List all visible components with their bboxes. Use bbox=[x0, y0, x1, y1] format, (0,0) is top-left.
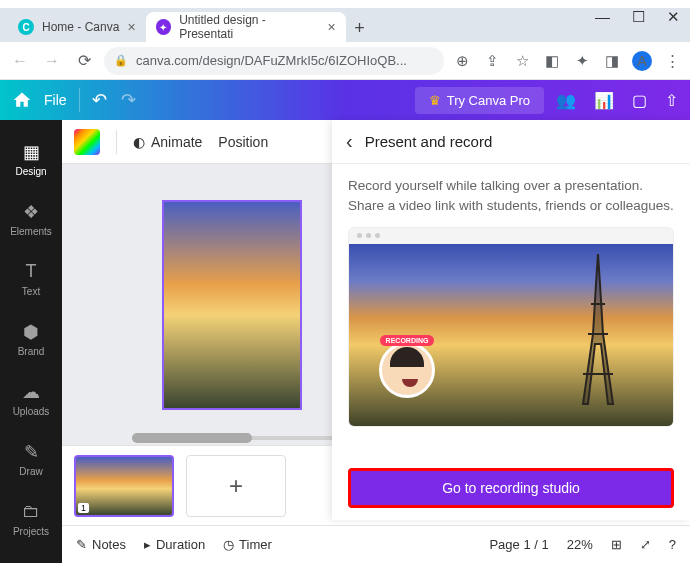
window-controls: — ☐ ✕ bbox=[595, 8, 680, 26]
panel-title: Present and record bbox=[365, 133, 493, 150]
present-icon[interactable]: ▢ bbox=[632, 91, 647, 110]
help-icon[interactable]: ? bbox=[669, 537, 676, 552]
url-input[interactable]: 🔒 canva.com/design/DAFuZMrkI5c/6IZOHIoQB… bbox=[104, 47, 444, 75]
duration-button[interactable]: ▸Duration bbox=[144, 537, 205, 552]
window-close-icon[interactable]: ✕ bbox=[667, 8, 680, 26]
menu-icon[interactable]: ⋮ bbox=[662, 51, 682, 71]
undo-icon[interactable]: ↶ bbox=[92, 89, 107, 111]
sidebar-item-elements[interactable]: ❖Elements bbox=[0, 190, 62, 248]
brand-icon: ⬢ bbox=[23, 322, 39, 342]
analytics-icon[interactable]: 📊 bbox=[594, 91, 614, 110]
try-pro-button[interactable]: ♛ Try Canva Pro bbox=[415, 87, 544, 114]
favicon-design-icon: ✦ bbox=[156, 19, 172, 35]
tab-title: Home - Canva bbox=[42, 20, 119, 34]
position-button[interactable]: Position bbox=[218, 134, 268, 150]
folder-icon: 🗀 bbox=[22, 502, 40, 522]
recording-preview: RECORDING bbox=[348, 227, 674, 427]
sidebar-item-projects[interactable]: 🗀Projects bbox=[0, 490, 62, 548]
page-thumbnail[interactable]: 1 bbox=[74, 455, 174, 517]
divider bbox=[116, 130, 117, 154]
slide-canvas[interactable] bbox=[162, 200, 302, 410]
timer-icon: ◷ bbox=[223, 537, 234, 552]
panel-body: Record yourself while talking over a pre… bbox=[332, 164, 690, 456]
pro-label: Try Canva Pro bbox=[447, 93, 530, 108]
browser-tab-design[interactable]: ✦ Untitled design - Presentati × bbox=[146, 12, 346, 42]
crown-icon: ♛ bbox=[429, 93, 441, 108]
page-indicator: Page 1 / 1 bbox=[489, 537, 548, 552]
timer-button[interactable]: ◷Timer bbox=[223, 537, 272, 552]
draw-icon: ✎ bbox=[24, 442, 39, 462]
browser-tab-home[interactable]: C Home - Canva × bbox=[8, 12, 146, 42]
url-text: canva.com/design/DAFuZMrkI5c/6IZOHIoQB..… bbox=[136, 53, 407, 68]
browser-address-bar: ← → ⟳ 🔒 canva.com/design/DAFuZMrkI5c/6IZ… bbox=[0, 42, 690, 80]
notes-button[interactable]: ✎Notes bbox=[76, 537, 126, 552]
sidepanel-icon[interactable]: ◨ bbox=[602, 51, 622, 71]
home-icon[interactable] bbox=[12, 90, 32, 110]
share-icon[interactable]: ⇪ bbox=[482, 51, 502, 71]
share-icon[interactable]: ⇧ bbox=[665, 91, 678, 110]
go-to-recording-studio-button[interactable]: Go to recording studio bbox=[348, 468, 674, 508]
app-topbar: File ↶ ↷ ♛ Try Canva Pro 👥 📊 ▢ ⇧ bbox=[0, 80, 690, 120]
nav-back-icon[interactable]: ← bbox=[8, 49, 32, 73]
eiffel-tower-icon bbox=[573, 254, 623, 414]
presenter-badge: RECORDING bbox=[379, 335, 435, 398]
divider bbox=[79, 88, 80, 112]
panel-description: Record yourself while talking over a pre… bbox=[348, 176, 674, 217]
fullscreen-icon[interactable]: ⤢ bbox=[640, 537, 651, 552]
file-menu-button[interactable]: File bbox=[44, 92, 67, 108]
lock-icon: 🔒 bbox=[114, 54, 128, 67]
canvas-area: ◐Animate Position 1 + ✎Notes ▸Duration ◷… bbox=[62, 120, 690, 563]
main-area: ▦Design ❖Elements TText ⬢Brand ☁Uploads … bbox=[0, 120, 690, 563]
add-page-button[interactable]: + bbox=[186, 455, 286, 517]
sidebar-item-brand[interactable]: ⬢Brand bbox=[0, 310, 62, 368]
text-icon: T bbox=[26, 262, 37, 282]
left-sidebar: ▦Design ❖Elements TText ⬢Brand ☁Uploads … bbox=[0, 120, 62, 563]
collaborators-icon[interactable]: 👥 bbox=[556, 91, 576, 110]
extension-icon[interactable]: ◧ bbox=[542, 51, 562, 71]
bottom-bar: ✎Notes ▸Duration ◷Timer Page 1 / 1 22% ⊞… bbox=[62, 525, 690, 563]
sidebar-item-uploads[interactable]: ☁Uploads bbox=[0, 370, 62, 428]
sidebar-item-text[interactable]: TText bbox=[0, 250, 62, 308]
duration-icon: ▸ bbox=[144, 537, 151, 552]
back-icon[interactable]: ‹ bbox=[346, 130, 353, 153]
redo-icon[interactable]: ↷ bbox=[121, 89, 136, 111]
sidebar-item-design[interactable]: ▦Design bbox=[0, 130, 62, 188]
recording-pill: RECORDING bbox=[380, 335, 435, 346]
bookmark-icon[interactable]: ☆ bbox=[512, 51, 532, 71]
window-titlebar bbox=[0, 0, 690, 8]
profile-avatar[interactable]: A bbox=[632, 51, 652, 71]
preview-chrome bbox=[349, 228, 673, 244]
shapes-icon: ❖ bbox=[23, 202, 39, 222]
undo-redo-group: ↶ ↷ bbox=[92, 89, 136, 111]
tab-close-icon[interactable]: × bbox=[127, 19, 135, 35]
zoom-icon[interactable]: ⊕ bbox=[452, 51, 472, 71]
tab-close-icon[interactable]: × bbox=[327, 19, 335, 35]
browser-toolbar-icons: ⊕ ⇪ ☆ ◧ ✦ ◨ A ⋮ bbox=[452, 51, 682, 71]
page-number: 1 bbox=[78, 503, 89, 513]
browser-tabstrip: C Home - Canva × ✦ Untitled design - Pre… bbox=[0, 8, 690, 42]
sidebar-item-draw[interactable]: ✎Draw bbox=[0, 430, 62, 488]
window-minimize-icon[interactable]: — bbox=[595, 8, 610, 26]
preview-image: RECORDING bbox=[349, 244, 673, 427]
tab-title: Untitled design - Presentati bbox=[179, 13, 319, 41]
grid-view-icon[interactable]: ⊞ bbox=[611, 537, 622, 552]
favicon-canva-icon: C bbox=[18, 19, 34, 35]
nav-reload-icon[interactable]: ⟳ bbox=[72, 49, 96, 73]
presenter-avatar bbox=[379, 342, 435, 398]
topbar-icons: 👥 📊 ▢ ⇧ bbox=[556, 91, 678, 110]
cloud-icon: ☁ bbox=[22, 382, 40, 402]
present-record-panel: ‹ Present and record Record yourself whi… bbox=[332, 120, 690, 520]
panel-header: ‹ Present and record bbox=[332, 120, 690, 164]
color-picker-button[interactable] bbox=[74, 129, 100, 155]
animate-button[interactable]: ◐Animate bbox=[133, 134, 202, 150]
zoom-level[interactable]: 22% bbox=[567, 537, 593, 552]
notes-icon: ✎ bbox=[76, 537, 87, 552]
template-icon: ▦ bbox=[23, 142, 40, 162]
window-maximize-icon[interactable]: ☐ bbox=[632, 8, 645, 26]
animate-icon: ◐ bbox=[133, 134, 145, 150]
nav-forward-icon[interactable]: → bbox=[40, 49, 64, 73]
puzzle-icon[interactable]: ✦ bbox=[572, 51, 592, 71]
new-tab-button[interactable]: + bbox=[346, 14, 374, 42]
